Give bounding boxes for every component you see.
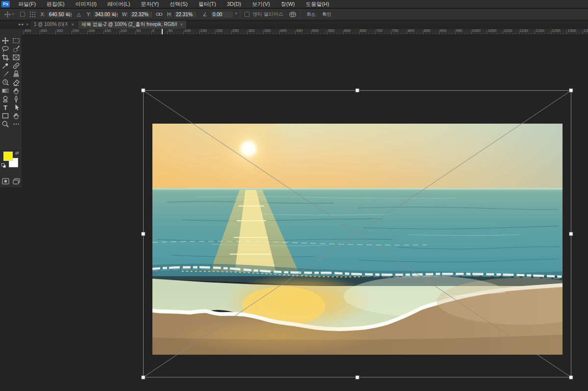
tab-close-icon[interactable]: × [72,22,74,27]
transform-handle-top-right[interactable] [569,89,573,93]
hand-tool-icon[interactable] [11,111,22,120]
photoshop-logo[interactable]: Ps [1,1,10,7]
lasso-tool-icon[interactable] [0,45,11,53]
dodge-tool-icon[interactable] [0,95,11,103]
menu-item-3[interactable]: 레이어(L) [102,0,135,8]
document-tab-label: 1 @ 100% (대지 1, RGB/8#) * [34,21,68,28]
menu-item-10[interactable]: 도움말(H) [300,0,335,8]
canvas-pasteboard[interactable] [0,35,588,391]
transform-handle-middle-left[interactable] [142,232,146,236]
move-tool-icon[interactable]: ▾ [4,11,14,18]
swap-colors-icon[interactable]: ⇄ [15,151,19,156]
ruler-unit-label: 1000 [472,28,481,33]
ruler-unit-label: 800 [408,28,414,33]
tools-panel: T [0,35,22,151]
options-bar: ▾ X: 640.50 픽셀 △ Y: 343.00 픽셀 W: 22.32% … [0,9,588,20]
menu-item-1[interactable]: 편집(E) [41,0,70,8]
ruler-unit-label: 250 [232,28,239,33]
tab-close-icon[interactable]: × [180,22,183,27]
eraser-tool-icon[interactable] [11,78,22,86]
rotation-angle-icon: ∠ [201,10,209,18]
relative-position-icon[interactable]: △ [75,10,83,18]
document-tab-bar: ◂◂ × 1 @ 100% (대지 1, RGB/8#) *×제목 없음-2 @… [0,21,588,28]
spot-healing-brush-tool-icon[interactable] [11,61,22,70]
ruler-unit-label: 600 [344,28,350,33]
document-tab-0[interactable]: 1 @ 100% (대지 1, RGB/8#) *× [30,21,78,28]
x-position-input[interactable]: 640.50 픽셀 [47,11,72,18]
width-label: W: [122,12,128,17]
rectangular-marquee-tool-icon[interactable] [11,36,22,45]
ruler-unit-label: 350 [41,28,47,33]
quick-mask-icon[interactable] [2,178,9,186]
menu-item-4[interactable]: 문자(Y) [136,0,165,8]
gradient-tool-icon[interactable] [0,86,11,95]
clone-stamp-tool-icon[interactable] [11,70,22,78]
default-colors-icon[interactable] [1,163,6,168]
ruler-unit-label: 950 [456,28,462,33]
brush-tool-icon[interactable] [0,70,11,78]
menu-item-2[interactable]: 이미지(I) [70,0,102,8]
ruler-unit-label: 200 [88,28,95,33]
antialias-checkbox[interactable] [245,12,249,17]
transform-handle-bottom-left[interactable] [142,376,146,380]
pen-tool-icon[interactable] [11,95,22,103]
ruler-unit-label: 0 [152,28,154,33]
ruler-unit-label: 50 [168,28,172,33]
zoom-tool-icon[interactable] [0,120,11,128]
y-position-label: Y: [87,12,91,17]
ruler-unit-label: 200 [216,28,222,33]
warp-mode-icon[interactable] [289,10,297,18]
screen-mode-icon[interactable] [13,178,20,186]
document-image[interactable] [152,124,563,355]
transform-handle-bottom-right[interactable] [569,376,573,380]
menu-item-6[interactable]: 필터(T) [193,0,221,8]
document-tab-1[interactable]: 제목 없음-2 @ 100% (2_출처 freepik, RGB/8#) *× [78,21,186,28]
ruler-corner [0,28,22,35]
smudge-tool-icon[interactable] [11,86,22,95]
menu-item-0[interactable]: 파일(F) [13,0,41,8]
close-panel-icon[interactable]: × [26,22,28,26]
height-input[interactable]: 22.31% [173,11,197,18]
ruler-unit-label: 700 [376,28,382,33]
ruler-unit-label: 400 [24,28,31,33]
crop-tool-icon[interactable] [0,53,11,61]
reference-point-grid-icon[interactable] [29,10,37,18]
transform-handle-bottom-center[interactable] [356,376,360,380]
frame-tool-icon[interactable] [11,53,22,61]
ruler-unit-label: 250 [73,28,79,33]
quick-selection-tool-icon[interactable] [11,45,22,53]
transform-handle-top-left[interactable] [142,89,146,93]
foreground-color-swatch[interactable] [3,152,13,161]
height-label: H: [167,12,172,17]
commit-transform-button[interactable]: 확인 [319,11,335,18]
menu-item-7[interactable]: 3D(D) [221,0,246,8]
ruler-cursor-marker [162,29,163,35]
history-brush-tool-icon[interactable] [0,78,11,86]
degree-suffix: ° [235,12,237,17]
rotation-input[interactable]: 0.00 [210,11,234,18]
more-tools-tool-icon[interactable] [11,120,22,128]
toggle-reference-point-checkbox[interactable] [20,12,25,17]
transform-handle-top-center[interactable] [356,89,360,93]
chevron-down-icon: ▾ [12,12,14,16]
y-position-input[interactable]: 343.00 픽셀 [93,11,118,18]
menu-item-8[interactable]: 보기(V) [246,0,275,8]
width-input[interactable]: 22.32% [129,11,153,18]
eyedropper-tool-icon[interactable] [0,61,11,70]
type-tool-icon[interactable]: T [0,103,11,111]
x-position-label: X: [41,12,45,17]
menu-item-5[interactable]: 선택(S) [164,0,193,8]
maintain-aspect-ratio-icon[interactable] [155,10,163,18]
horizontal-ruler[interactable]: 4003503002502001501005005010015020025030… [22,28,588,35]
photoshop-window: Ps 파일(F)편집(E)이미지(I)레이어(L)문자(Y)선택(S)필터(T)… [0,0,588,391]
cancel-transform-button[interactable]: 취소 [303,11,319,18]
rectangle-shape-tool-icon[interactable] [0,111,11,120]
ruler-unit-label: 450 [296,28,302,33]
move-tool-icon[interactable] [0,36,11,45]
path-selection-tool-icon[interactable] [11,103,22,111]
collapse-panel-icon[interactable]: ◂◂ [18,22,24,26]
ruler-unit-label: 1150 [520,28,528,33]
ruler-unit-label: 50 [136,28,141,33]
menu-item-9[interactable]: 창(W) [275,0,300,8]
transform-handle-middle-right[interactable] [569,232,573,236]
